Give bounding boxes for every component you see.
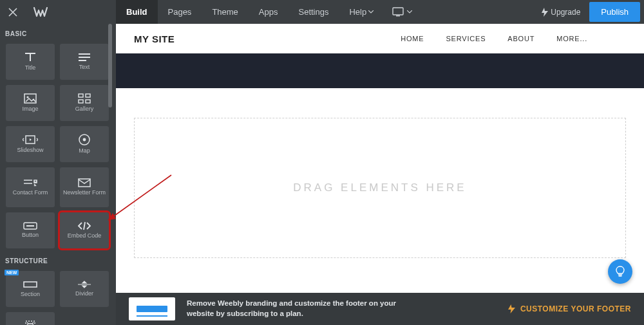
nav-more[interactable]: MORE... [556, 35, 587, 42]
customize-footer-button[interactable]: CUSTOMIZE YOUR FOOTER [508, 304, 631, 313]
spacer-icon [24, 319, 37, 325]
svg-rect-14 [24, 282, 37, 287]
nav-about[interactable]: ABOUT [507, 35, 535, 42]
menu-theme[interactable]: Theme [202, 0, 248, 24]
svg-rect-1 [396, 15, 400, 16]
element-map[interactable]: Map [60, 126, 109, 162]
svg-point-3 [26, 96, 28, 98]
button-icon [23, 222, 37, 230]
svg-rect-7 [86, 100, 90, 103]
element-image[interactable]: Image [6, 85, 55, 121]
element-section[interactable]: NEW Section [6, 271, 55, 307]
site-nav: HOME SERVICES ABOUT MORE... [401, 35, 587, 42]
help-fab[interactable] [608, 259, 632, 284]
map-icon [79, 134, 90, 145]
svg-rect-5 [86, 94, 90, 97]
element-divider[interactable]: Divider [60, 271, 109, 307]
drop-zone[interactable]: DRAG ELEMENTS HERE [134, 118, 626, 258]
element-title[interactable]: Title [6, 44, 55, 80]
element-spacer[interactable] [6, 312, 55, 325]
newsletter-icon [78, 178, 91, 187]
device-preview-button[interactable] [389, 0, 415, 24]
footer-upsell-text: Remove Weebly branding and customize the… [187, 299, 406, 319]
nav-home[interactable]: HOME [401, 35, 424, 42]
site-canvas: MY SITE HOME SERVICES ABOUT MORE... DRAG… [116, 24, 644, 293]
close-button[interactable] [0, 0, 26, 24]
main-menu: Build Pages Theme Apps Settings Help [116, 0, 384, 24]
embed-code-icon [77, 221, 91, 230]
element-slideshow[interactable]: Slideshow [6, 126, 55, 162]
title-icon [24, 52, 37, 62]
element-contact-form[interactable]: Contact Form [6, 167, 55, 207]
svg-rect-4 [79, 94, 83, 97]
site-title[interactable]: MY SITE [134, 33, 175, 44]
element-gallery[interactable]: Gallery [60, 85, 109, 121]
hero-band[interactable] [116, 53, 644, 88]
weebly-logo [26, 0, 55, 24]
menu-pages[interactable]: Pages [158, 0, 202, 24]
element-embed-code[interactable]: Embed Code [60, 212, 109, 248]
lightbulb-icon [614, 266, 626, 277]
new-badge: NEW [5, 270, 19, 275]
svg-point-10 [83, 138, 86, 142]
svg-rect-11 [79, 179, 90, 187]
footer-thumbnail [129, 297, 175, 320]
svg-rect-13 [26, 225, 34, 227]
menu-build[interactable]: Build [116, 0, 158, 24]
section-header-basic: BASIC [0, 24, 116, 41]
image-icon [24, 93, 37, 104]
footer-upsell-bar: Remove Weebly branding and customize the… [116, 293, 644, 325]
svg-rect-0 [393, 8, 403, 15]
section-header-structure: STRUCTURE [0, 251, 116, 268]
sidebar-scrollbar[interactable] [108, 24, 112, 107]
elements-sidebar: BASIC Title Text Image Gallery Slideshow… [0, 24, 116, 325]
svg-rect-6 [79, 100, 83, 103]
element-newsletter-form[interactable]: Newsletter Form [60, 167, 109, 207]
divider-icon [77, 281, 91, 288]
text-icon [78, 53, 91, 62]
gallery-icon [78, 93, 91, 104]
site-header: MY SITE HOME SERVICES ABOUT MORE... [116, 24, 644, 53]
upgrade-button[interactable]: Upgrade [533, 0, 589, 24]
menu-settings[interactable]: Settings [288, 0, 339, 24]
element-text[interactable]: Text [60, 44, 109, 80]
contact-form-icon [23, 178, 37, 187]
drop-zone-label: DRAG ELEMENTS HERE [293, 181, 466, 194]
section-icon [23, 280, 37, 289]
element-button[interactable]: Button [6, 212, 55, 248]
menu-help[interactable]: Help [339, 0, 384, 24]
nav-services[interactable]: SERVICES [446, 35, 486, 42]
menu-apps[interactable]: Apps [249, 0, 289, 24]
publish-button[interactable]: Publish [589, 2, 640, 22]
top-bar: Build Pages Theme Apps Settings Help Upg… [0, 0, 644, 24]
slideshow-icon [23, 135, 38, 145]
